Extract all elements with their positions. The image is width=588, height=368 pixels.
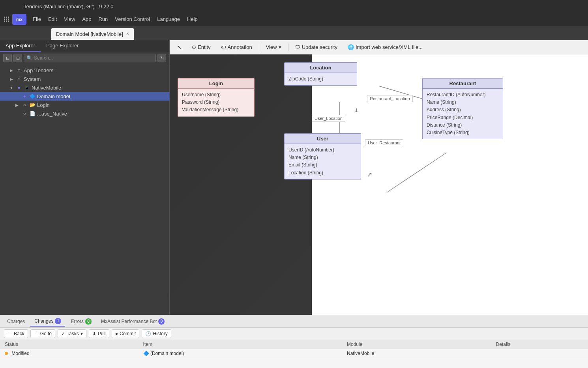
entity-btn-label: Entity	[198, 44, 211, 50]
attr-row: Distance (String)	[427, 121, 499, 129]
native-icon: ○	[21, 110, 28, 117]
sidebar-toolbar: ⊟ ⊞ 🔍 Search... ↻	[0, 52, 169, 64]
collapse-all-btn[interactable]: ⊟	[3, 54, 12, 62]
menu-view[interactable]: View	[61, 15, 78, 24]
goto-btn[interactable]: → Go to	[30, 329, 55, 338]
back-icon: ←	[7, 331, 12, 336]
svg-text:1: 1	[355, 108, 358, 112]
title-bar: Tenders (Main line ('main'), Git) - 9.22…	[0, 0, 588, 13]
shield-icon: 🛡	[295, 44, 300, 50]
pull-btn[interactable]: ⬇ Pull	[89, 329, 109, 338]
tree-item-domain-model[interactable]: ● 🔷 Domain model	[0, 92, 169, 101]
tree-item-label: Domain model	[37, 93, 70, 99]
entity-login-attrs: Username (String) Password (String) Vali…	[178, 89, 254, 116]
menu-language[interactable]: Language	[154, 15, 183, 24]
sync-btn[interactable]: ↻	[157, 54, 166, 62]
bottom-tab-charges[interactable]: Charges	[3, 317, 29, 326]
status-dot	[5, 352, 8, 355]
menu-file[interactable]: File	[30, 15, 44, 24]
attr-row: ZipCode (String)	[288, 75, 353, 83]
tab-close-icon[interactable]: ×	[126, 31, 129, 37]
arrow-icon: ▶	[9, 77, 14, 81]
history-btn[interactable]: 🕐 History	[142, 329, 171, 338]
annotation-tool-btn[interactable]: 🏷 Annotation	[217, 43, 256, 52]
table-row[interactable]: Modified 🔷 (Domain model) NativeMobile	[0, 349, 588, 358]
attr-row: Email (String)	[288, 161, 357, 169]
row-item: 🔷 (Domain model)	[139, 349, 342, 358]
toolbar-separator-2	[288, 43, 288, 51]
sidebar-tab-page-explorer[interactable]: Page Explorer	[41, 40, 84, 52]
status-text: Modified	[11, 351, 29, 356]
view-btn[interactable]: View ▾	[262, 43, 285, 52]
sidebar-tab-app-explorer[interactable]: App Explorer	[0, 40, 41, 52]
update-security-btn[interactable]: 🛡 Update security	[292, 43, 341, 52]
commit-btn[interactable]: ● Commit	[112, 329, 140, 338]
mxassist-badge: 0	[158, 318, 165, 325]
changes-table: Status Item Module Details Modified 🔷	[0, 340, 588, 368]
entity-login[interactable]: Login Username (String) Password (String…	[178, 78, 255, 117]
tab-domain-model[interactable]: Domain Model [NativeMobile] ×	[51, 28, 134, 40]
tree-item-label: App 'Tenders'	[24, 67, 54, 73]
bottom-tab-errors[interactable]: Errors 0	[67, 317, 96, 326]
menu-version-control[interactable]: Version Control	[112, 15, 153, 24]
entity-tool-btn[interactable]: ⊙ Entity	[188, 43, 214, 52]
menu-app[interactable]: App	[79, 15, 94, 24]
window-title: Tenders (Main line ('main'), Git) - 9.22…	[24, 4, 114, 9]
menu-edit[interactable]: Edit	[45, 15, 60, 24]
cursor-indicator: ↗	[367, 171, 372, 178]
toolbar-separator	[259, 43, 259, 51]
sidebar: App Explorer Page Explorer ⊟ ⊞ 🔍 Search.…	[0, 40, 170, 315]
rel-user-location: User_Location	[312, 115, 345, 122]
import-btn-label: Import web service/XML file...	[356, 44, 423, 50]
row-details	[491, 349, 588, 358]
tree-item-nativemobile[interactable]: ▼ ● 📱 NativeMobile	[0, 83, 169, 92]
tasks-label: Tasks	[67, 331, 79, 336]
col-header-status: Status	[0, 340, 139, 349]
goto-label: Go to	[40, 331, 52, 336]
import-btn[interactable]: 🌐 Import web service/XML file...	[344, 43, 426, 52]
item-icon: 🔷	[143, 351, 149, 356]
attr-row: Address (String)	[427, 106, 499, 114]
tree-item-app-tenders[interactable]: ▶ ○ App 'Tenders'	[0, 66, 169, 75]
folder-icon: 📂	[29, 102, 36, 108]
domain-model-icon: 🔷	[29, 93, 36, 99]
bottom-panel: Charges Changes 1 Errors 0 MxAssist Perf…	[0, 315, 588, 368]
entity-login-header: Login	[178, 78, 254, 89]
commit-label: Commit	[120, 331, 136, 336]
errors-badge: 0	[85, 318, 92, 325]
bottom-tab-changes[interactable]: Changes 1	[30, 316, 65, 327]
mxassist-tab-label: MxAssist Performance Bot	[101, 319, 157, 324]
menu-run[interactable]: Run	[95, 15, 111, 24]
changes-badge: 1	[55, 318, 61, 324]
tree-item-label: System	[24, 76, 41, 82]
entity-location[interactable]: Location ZipCode (String)	[284, 62, 357, 86]
entity-user[interactable]: User UserID (AutoNumber) Name (String) E…	[284, 133, 361, 179]
cursor-tool-btn[interactable]: ↖	[174, 43, 185, 52]
app-logo[interactable]: mx	[12, 14, 26, 25]
col-header-details: Details	[491, 340, 588, 349]
entity-restaurant[interactable]: Restaurant RestaurantID (AutoNumber) Nam…	[422, 78, 503, 139]
menu-help[interactable]: Help	[184, 15, 201, 24]
arrow-icon: ▶	[14, 103, 20, 107]
canvas-area[interactable]: ↖ ⊙ Entity 🏷 Annotation View ▾ 🛡	[170, 40, 588, 315]
entity-user-attrs: UserID (AutoNumber) Name (String) Email …	[285, 144, 361, 179]
file-icon: 📄	[29, 110, 36, 117]
canvas-toolbar: ↖ ⊙ Entity 🏷 Annotation View ▾ 🛡	[170, 40, 588, 54]
entity-restaurant-header: Restaurant	[423, 78, 503, 89]
tree-item-login[interactable]: ▶ ○ 📂 Login	[0, 101, 169, 109]
back-btn[interactable]: ← Back	[4, 329, 28, 338]
app-grid-icon[interactable]	[4, 17, 9, 22]
tasks-btn[interactable]: ✓ Tasks ▾	[58, 329, 86, 338]
tree-item-native[interactable]: ○ 📄 ...ase_Native	[0, 109, 169, 118]
tree-item-label: NativeMobile	[32, 85, 61, 91]
arrow-icon: ▼	[9, 86, 14, 90]
expand-all-btn[interactable]: ⊞	[13, 54, 22, 62]
annotation-btn-label: Annotation	[228, 44, 252, 50]
tree-item-system[interactable]: ▶ ○ System	[0, 75, 169, 83]
attr-row: ValidationMessage (String)	[182, 106, 250, 114]
bottom-tab-mxassist[interactable]: MxAssist Performance Bot 0	[97, 317, 169, 326]
update-security-label: Update security	[302, 44, 337, 50]
sidebar-tabs: App Explorer Page Explorer	[0, 40, 169, 52]
attr-row: Name (String)	[288, 154, 357, 161]
attr-row: Name (String)	[427, 99, 499, 106]
